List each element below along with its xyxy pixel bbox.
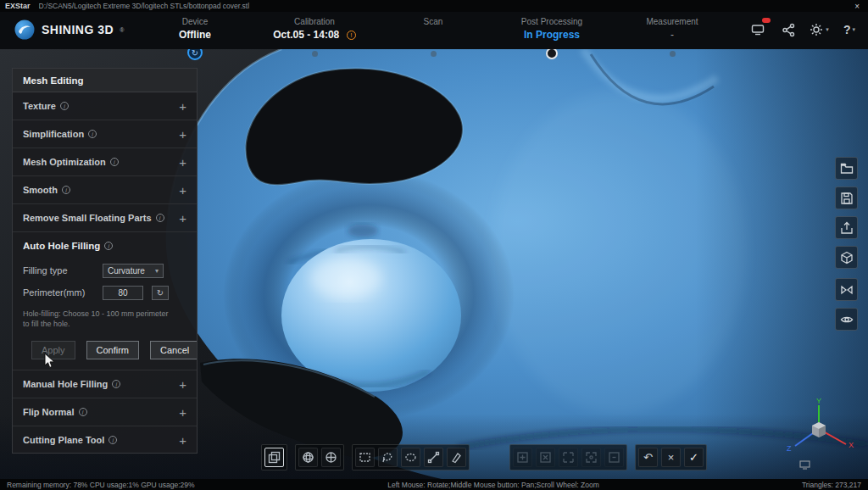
panel-item-manual-hole-filling[interactable]: Manual Hole Filling i + xyxy=(13,370,197,398)
filling-type-select[interactable]: Curvature ▾ xyxy=(103,264,164,278)
panel-item-smooth[interactable]: Smooth i + xyxy=(13,176,197,204)
ellipse-selection-button[interactable] xyxy=(401,448,420,467)
cancel-button[interactable]: Cancel xyxy=(150,341,198,359)
hint-line: Hole-filling: Choose 10 - 100 mm perimet… xyxy=(23,309,186,319)
undo-button[interactable]: ↶ xyxy=(638,448,658,467)
step-status: In Progress xyxy=(524,29,580,41)
share-button[interactable] xyxy=(778,19,798,40)
toolbar-group-panel xyxy=(261,444,287,471)
open-file-path: D:/SCAN5/Logitech Extreme 3D/logitech ST… xyxy=(39,2,843,10)
perimeter-input[interactable]: 80 xyxy=(103,286,143,300)
mesh-sphere-icon xyxy=(302,451,314,464)
alignment-button[interactable] xyxy=(835,278,858,301)
open-file-button[interactable] xyxy=(835,157,858,180)
reset-perimeter-button[interactable]: ↻ xyxy=(152,286,169,300)
help-button[interactable]: ? ▾ xyxy=(839,19,860,40)
panel-item-flip-normal[interactable]: Flip Normal i + xyxy=(13,398,197,426)
deselect-all-button[interactable] xyxy=(536,448,555,467)
share-icon xyxy=(782,23,796,37)
expand-icon[interactable]: + xyxy=(179,433,186,448)
axis-x-label: X xyxy=(849,441,854,449)
item-label: Mesh Optimization xyxy=(23,157,106,167)
expand-icon[interactable]: + xyxy=(179,99,186,114)
panel-item-remove-small-floating-parts[interactable]: Remove Small Floating Parts i + xyxy=(13,204,197,232)
item-label: Manual Hole Filling xyxy=(23,379,108,389)
select-all-button[interactable] xyxy=(513,448,532,467)
nav-step-post-processing[interactable]: Post Processing In Progress xyxy=(488,17,615,42)
filling-type-row: Filling type Curvature ▾ xyxy=(13,259,197,281)
right-toolbar-file-group xyxy=(835,157,858,269)
info-icon: i xyxy=(112,380,120,388)
delete-selection-button[interactable]: × xyxy=(661,448,681,467)
undo-icon: ↶ xyxy=(643,452,653,463)
orientation-axis-widget[interactable]: Y X Z xyxy=(782,397,856,466)
shaded-sphere-icon xyxy=(325,451,337,464)
toolbar-group-selection-ops xyxy=(509,444,627,471)
info-icon: i xyxy=(79,408,87,416)
close-window-button[interactable]: × xyxy=(851,2,863,11)
perimeter-label: Perimeter(mm) xyxy=(23,287,97,298)
app-name: EXStar xyxy=(5,2,31,10)
line-selection-button[interactable] xyxy=(424,448,443,467)
save-project-button[interactable] xyxy=(835,187,858,209)
select-all-icon xyxy=(516,451,529,464)
hint-line: to fill the hole. xyxy=(23,319,186,329)
step-status: Offline xyxy=(179,29,211,41)
status-bar: Remaining memory: 78% CPU usage:1% GPU u… xyxy=(0,479,868,490)
expand-icon[interactable]: + xyxy=(179,211,186,226)
brush-selection-button[interactable] xyxy=(447,448,466,467)
panel-item-texture[interactable]: Texture i + xyxy=(13,92,197,120)
info-icon: i xyxy=(88,130,97,138)
mesh-editing-panel: Mesh Editing Texture i + Simplification … xyxy=(12,68,198,454)
step-label: Device xyxy=(131,17,259,26)
resource-usage: Remaining memory: 78% CPU usage:1% GPU u… xyxy=(7,481,261,489)
confirm-selection-button[interactable]: ✓ xyxy=(684,448,704,467)
post-processing-step-indicator[interactable] xyxy=(546,47,558,59)
item-label: Remove Small Floating Parts xyxy=(23,213,152,223)
hole-filling-hint: Hole-filling: Choose 10 - 100 mm perimet… xyxy=(13,303,197,331)
device-notification-button[interactable] xyxy=(748,19,768,40)
step-label: Scan xyxy=(370,17,497,26)
chevron-down-icon: ▾ xyxy=(826,26,829,33)
deselect-icon xyxy=(539,451,552,464)
rectangle-selection-button[interactable] xyxy=(355,448,375,467)
expand-selection-button[interactable] xyxy=(581,448,601,467)
mesh-view-button[interactable] xyxy=(298,448,318,467)
mouse-hint: Left Mouse: Rotate;Middle Mouse button: … xyxy=(261,481,726,489)
mouse-cursor xyxy=(44,353,55,372)
visibility-button[interactable] xyxy=(835,308,858,331)
ellipse-select-icon xyxy=(404,451,417,464)
nav-step-calibration[interactable]: Calibration Oct.05 - 14:08 ! xyxy=(251,17,378,42)
refresh-icon: ↻ xyxy=(157,288,164,298)
expand-icon[interactable]: + xyxy=(179,183,186,198)
expand-icon[interactable]: + xyxy=(179,405,186,420)
expand-icon[interactable]: + xyxy=(179,377,186,392)
panel-item-simplification[interactable]: Simplification i + xyxy=(13,120,197,148)
shrink-selection-icon xyxy=(608,451,620,464)
help-icon: ? xyxy=(843,23,851,36)
eye-icon xyxy=(840,313,854,326)
expand-icon[interactable]: + xyxy=(179,155,186,170)
toggle-panel-button[interactable] xyxy=(264,448,284,467)
step-label: Post Processing xyxy=(488,17,615,26)
expand-icon[interactable]: + xyxy=(179,127,186,142)
invert-selection-button[interactable] xyxy=(559,448,578,467)
item-label: Flip Normal xyxy=(23,407,75,417)
export-model-button[interactable] xyxy=(835,216,858,239)
panel-item-mesh-optimization[interactable]: Mesh Optimization i + xyxy=(13,148,197,176)
nav-step-scan[interactable]: Scan xyxy=(370,17,497,42)
mesh-shaded-view-button[interactable] xyxy=(321,448,341,467)
info-icon: i xyxy=(156,214,164,222)
model-manager-button[interactable] xyxy=(835,246,858,269)
panel-title: Mesh Editing xyxy=(23,75,84,86)
shrink-selection-button[interactable] xyxy=(604,448,624,467)
nav-step-measurement[interactable]: Measurement - xyxy=(609,17,736,42)
lasso-selection-button[interactable] xyxy=(378,448,398,467)
layers-icon xyxy=(268,451,281,464)
panel-item-cutting-plane-tool[interactable]: Cutting Plane Tool i + xyxy=(13,426,197,454)
confirm-button[interactable]: Confirm xyxy=(86,341,140,359)
panel-item-auto-hole-filling[interactable]: Auto Hole Filling i xyxy=(13,232,197,259)
nav-step-device[interactable]: Device Offline xyxy=(131,17,259,42)
settings-button[interactable]: ▾ xyxy=(809,19,829,40)
fit-view-icon[interactable] xyxy=(799,458,810,473)
